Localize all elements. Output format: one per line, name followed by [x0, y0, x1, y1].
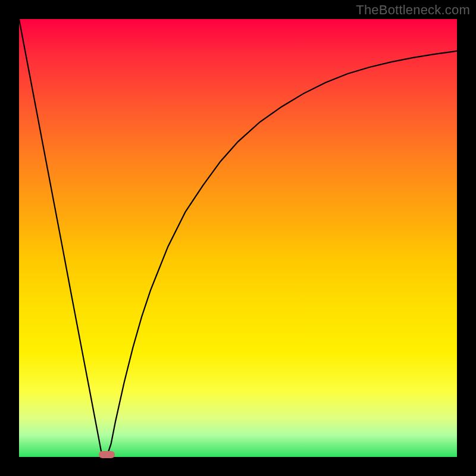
optimal-range-marker [99, 451, 115, 458]
chart-frame: TheBottleneck.com [0, 0, 476, 476]
watermark-text: TheBottleneck.com [356, 2, 470, 18]
bottleneck-curve [19, 19, 457, 457]
